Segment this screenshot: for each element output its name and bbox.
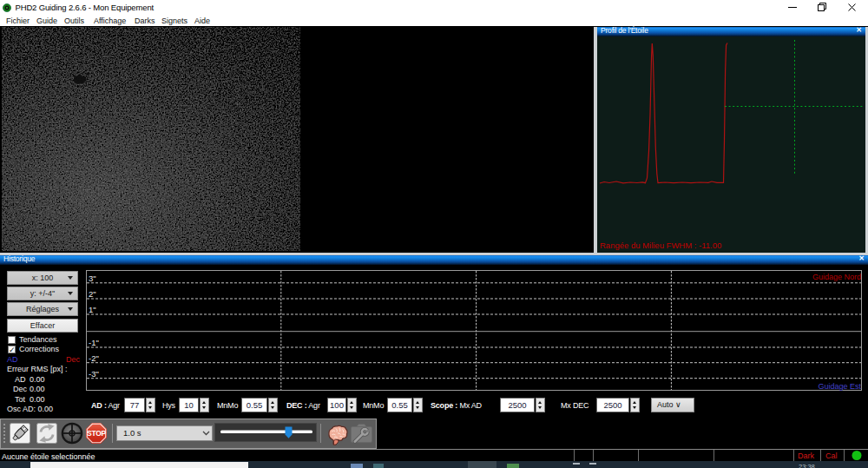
- svg-text:STOP: STOP: [87, 429, 106, 438]
- svg-text:-2": -2": [89, 353, 99, 363]
- svg-text:-1": -1": [89, 338, 99, 347]
- svg-text:Dark: Dark: [798, 452, 815, 460]
- svg-text:2": 2": [89, 289, 96, 299]
- svg-text:Guidage Est: Guidage Est: [818, 382, 861, 391]
- svg-text:3": 3": [89, 274, 96, 283]
- svg-text:1.0 s: 1.0 s: [123, 428, 141, 438]
- svg-text:Guidage Nord: Guidage Nord: [812, 273, 861, 281]
- svg-text:Cal: Cal: [825, 452, 838, 460]
- svg-text:-3": -3": [89, 369, 99, 379]
- svg-text:1": 1": [89, 305, 96, 314]
